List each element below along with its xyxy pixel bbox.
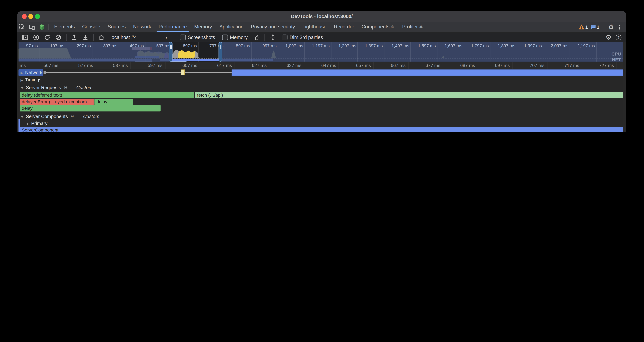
tab-memory[interactable]: Memory bbox=[190, 22, 216, 32]
toggle-sidebar-icon[interactable] bbox=[20, 33, 30, 42]
overview-tick-label: 1,497 ms bbox=[384, 43, 409, 48]
overview-tick-label: 1,297 ms bbox=[332, 43, 356, 48]
overview-gridline bbox=[119, 42, 119, 62]
server-requests-track-header[interactable]: ▼Server Requests ⚛ — Custom bbox=[20, 85, 93, 91]
save-profile-icon[interactable] bbox=[81, 33, 90, 42]
divider bbox=[604, 24, 604, 30]
issues-indicator[interactable]: 1 bbox=[590, 24, 600, 30]
network-request-queueing-block[interactable] bbox=[181, 70, 185, 75]
dim-3rd-parties-group[interactable]: Dim 3rd parties bbox=[282, 35, 323, 40]
selection-handle-left[interactable] bbox=[169, 42, 172, 62]
ruler-tick-label: 717 ms bbox=[550, 63, 579, 68]
ruler-tick-label: 687 ms bbox=[446, 63, 475, 68]
caret-down-icon: ▼ bbox=[20, 86, 24, 90]
react-atom-icon: ⚛ bbox=[70, 114, 74, 119]
collect-garbage-icon[interactable] bbox=[252, 33, 261, 42]
network-request-whisker-start bbox=[44, 71, 46, 74]
react-atom-icon: ⚛ bbox=[419, 24, 423, 29]
flame-bar-delay[interactable]: delay bbox=[94, 99, 133, 105]
flame-bar-delayed-error[interactable]: delayedError (…ayed exception) bbox=[20, 99, 94, 105]
home-icon[interactable] bbox=[97, 33, 106, 42]
ruler-tick-label: 597 ms bbox=[133, 63, 162, 68]
tab-sources[interactable]: Sources bbox=[104, 22, 130, 32]
tab-profiler[interactable]: Profiler⚛ bbox=[398, 22, 427, 32]
divider bbox=[174, 34, 174, 41]
record-button[interactable] bbox=[32, 33, 41, 42]
overview-tick-label: 1,897 ms bbox=[491, 43, 516, 48]
memory-checkbox-group[interactable]: Memory bbox=[222, 35, 248, 40]
tab-elements[interactable]: Elements bbox=[50, 22, 78, 32]
memory-checkbox[interactable] bbox=[222, 35, 228, 40]
extension-gem-icon[interactable] bbox=[37, 23, 47, 31]
performance-toolbar: localhost #4 ▼ Screenshots Memory bbox=[17, 33, 626, 42]
selection-handle-right[interactable] bbox=[218, 42, 222, 62]
reload-and-record-button[interactable] bbox=[43, 33, 52, 42]
overview-gridline bbox=[92, 42, 92, 62]
overview-tick-label: 997 ms bbox=[252, 43, 277, 48]
react-atom-icon: ⚛ bbox=[64, 85, 68, 90]
overview-gridline bbox=[39, 42, 40, 62]
network-request-bar[interactable] bbox=[232, 69, 622, 76]
overview-tick-label: 2,197 ms bbox=[570, 43, 595, 48]
overview-tick-label: 1,797 ms bbox=[464, 43, 489, 48]
profile-select[interactable]: localhost #4 ▼ bbox=[108, 35, 170, 40]
primary-subtrack-header[interactable]: ▼Primary bbox=[26, 121, 48, 126]
overview-tick-label: 97 ms bbox=[18, 43, 38, 48]
divider bbox=[264, 34, 265, 41]
overview-tick-label: 1,397 ms bbox=[358, 43, 383, 48]
ruler-tick-label: 677 ms bbox=[411, 63, 440, 68]
tab-components[interactable]: Components⚛ bbox=[358, 22, 398, 32]
caret-down-icon: ▼ bbox=[20, 115, 24, 119]
cpu-lane-label: CPU bbox=[612, 51, 621, 56]
ruler-tick-label: 567 ms bbox=[29, 63, 58, 68]
flame-bar-delay-deferred[interactable]: delay (deferred text) bbox=[20, 92, 194, 98]
tab-privacy-security[interactable]: Privacy and security bbox=[247, 22, 299, 32]
primary-group-accent bbox=[18, 119, 20, 132]
collapse-sanitize-icon[interactable] bbox=[268, 33, 277, 42]
load-profile-icon[interactable] bbox=[70, 33, 79, 42]
device-toolbar-icon[interactable] bbox=[27, 23, 37, 31]
tab-performance[interactable]: Performance bbox=[155, 22, 190, 32]
network-track-header[interactable]: ▶Network bbox=[20, 70, 42, 75]
flame-bar-fetch-api[interactable]: fetch (…/api) bbox=[195, 92, 622, 98]
divider bbox=[66, 34, 66, 41]
screenshots-checkbox-group[interactable]: Screenshots bbox=[180, 35, 215, 40]
ruler-tick-label: 637 ms bbox=[272, 63, 302, 68]
tab-console[interactable]: Console bbox=[78, 22, 104, 32]
overview-gridline bbox=[516, 42, 517, 62]
capture-settings-gear-icon[interactable]: ⚙ bbox=[606, 34, 612, 41]
inspect-element-icon[interactable] bbox=[17, 23, 27, 31]
clear-button[interactable] bbox=[54, 33, 63, 42]
overview-tick-label: 1,197 ms bbox=[305, 43, 330, 48]
divider bbox=[48, 24, 49, 30]
kebab-menu-icon[interactable]: ⋮ bbox=[616, 24, 622, 30]
tab-application[interactable]: Application bbox=[216, 22, 247, 32]
ruler-tick-label: 657 ms bbox=[341, 63, 371, 68]
screenshots-checkbox[interactable] bbox=[180, 35, 186, 40]
timeline-overview[interactable]: 97 ms197 ms297 ms397 ms497 ms597 ms697 m… bbox=[18, 42, 623, 62]
ruler-tick-label: 627 ms bbox=[237, 63, 267, 68]
overview-gridline bbox=[437, 42, 438, 62]
tab-network[interactable]: Network bbox=[130, 22, 155, 32]
timings-track-header[interactable]: ▶Timings bbox=[20, 77, 42, 82]
overview-gridline bbox=[225, 42, 225, 62]
caret-right-icon: ▶ bbox=[20, 79, 23, 82]
settings-gear-icon[interactable]: ⚙ bbox=[608, 24, 614, 30]
timeline-ruler: ms567 ms577 ms587 ms597 ms607 ms617 ms62… bbox=[18, 62, 623, 70]
overview-gridline bbox=[464, 42, 464, 62]
ruler-tick-label: 577 ms bbox=[64, 63, 93, 68]
server-components-track-header[interactable]: ▼Server Components ⚛ — Custom bbox=[20, 114, 100, 119]
overview-gridline bbox=[251, 42, 252, 62]
ruler-tick-label: 697 ms bbox=[480, 63, 510, 68]
flame-bar-server-component[interactable]: ServerComponent bbox=[20, 127, 622, 132]
tab-recorder[interactable]: Recorder bbox=[330, 22, 358, 32]
warnings-indicator[interactable]: 1 bbox=[578, 24, 588, 30]
overview-tick-label: 197 ms bbox=[40, 43, 64, 48]
overview-gridline bbox=[384, 42, 384, 62]
flame-chart: ▶Network ▶Timings ▼Server Requests ⚛ — C… bbox=[18, 69, 623, 132]
flame-bar-delay-2[interactable]: delay bbox=[20, 105, 160, 112]
tab-lighthouse[interactable]: Lighthouse bbox=[299, 22, 330, 32]
overview-tick-label: 897 ms bbox=[225, 43, 250, 48]
dim-3rd-parties-checkbox[interactable] bbox=[282, 35, 288, 40]
help-icon[interactable]: ? bbox=[616, 35, 621, 40]
